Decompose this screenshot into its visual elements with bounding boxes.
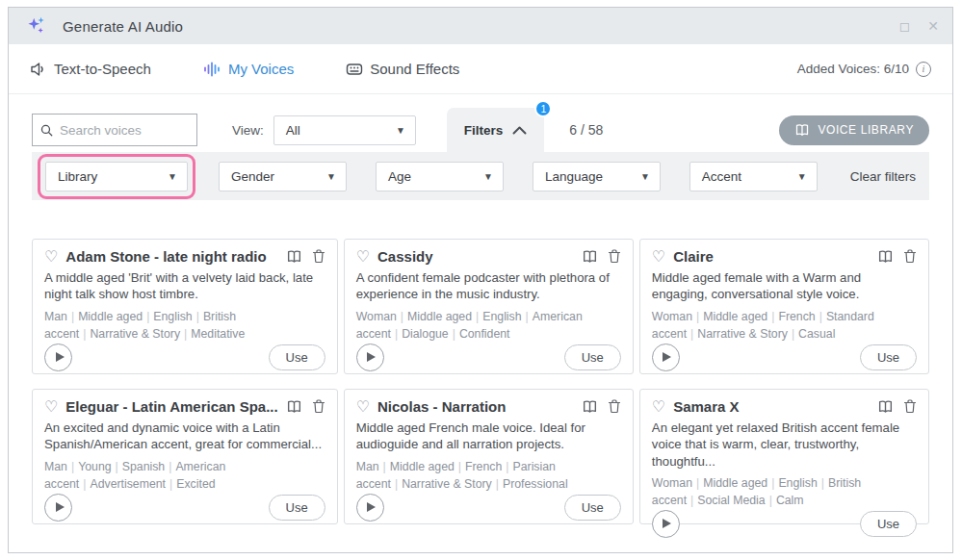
- voice-tag: Confident: [459, 327, 510, 341]
- chevron-down-icon: ▼: [168, 171, 177, 182]
- favorite-heart-icon[interactable]: ♡: [652, 249, 665, 265]
- voice-tags: Man|Middle aged|English|British accent|N…: [44, 309, 325, 344]
- chevron-down-icon: ▼: [797, 171, 807, 182]
- chevron-down-icon: ▼: [640, 171, 650, 182]
- voice-card: ♡ Cassidy A confident female podcaster w…: [344, 239, 634, 374]
- play-button[interactable]: [356, 494, 384, 522]
- delete-trash-icon[interactable]: [312, 399, 325, 414]
- view-dropdown[interactable]: All ▼: [273, 115, 416, 145]
- view-details-book-icon[interactable]: [286, 400, 302, 414]
- filters-toggle[interactable]: Filters 1: [447, 108, 545, 152]
- voice-tag: Spanish: [122, 460, 165, 473]
- filter-bar: Library ▼ Gender ▼ Age ▼ Language ▼ Acce…: [32, 152, 929, 200]
- voice-name: Eleguar - Latin American Spa...: [65, 398, 277, 415]
- voice-name: Adam Stone - late night radio: [65, 248, 277, 265]
- voice-card: ♡ Samara X An elegant yet relaxed Britis…: [639, 389, 929, 524]
- voice-tag: English: [778, 476, 817, 490]
- view-details-book-icon[interactable]: [286, 250, 302, 264]
- title-bar: Generate AI Audio ◻ ✕: [9, 8, 952, 44]
- voice-description: A middle aged 'Brit' with a velvety laid…: [44, 269, 325, 303]
- play-button[interactable]: [652, 510, 680, 538]
- use-button[interactable]: Use: [564, 495, 621, 521]
- favorite-heart-icon[interactable]: ♡: [652, 399, 665, 415]
- voice-tag: Dialogue: [402, 327, 449, 341]
- filter-dropdown-language[interactable]: Language ▼: [533, 162, 661, 191]
- maximize-icon[interactable]: ◻: [899, 18, 911, 34]
- voice-tag: Middle aged: [390, 460, 455, 473]
- voice-description: A confident female podcaster with pletho…: [356, 269, 621, 303]
- play-icon: [367, 352, 376, 362]
- clear-filters-link[interactable]: Clear filters: [850, 169, 916, 184]
- view-details-book-icon[interactable]: [582, 250, 598, 264]
- chevron-down-icon: ▼: [326, 171, 336, 182]
- voice-tags: Man|Young|Spanish|American accent|Advert…: [44, 459, 325, 494]
- result-count: 6 / 58: [569, 122, 603, 138]
- voice-tag: French: [465, 460, 502, 473]
- filter-dropdown-library[interactable]: Library ▼: [45, 162, 188, 191]
- tab-sound-effects[interactable]: Sound Effects: [346, 61, 459, 77]
- voice-name: Samara X: [673, 398, 870, 415]
- close-icon[interactable]: ✕: [927, 18, 939, 34]
- play-icon: [367, 502, 376, 512]
- use-button[interactable]: Use: [269, 495, 325, 521]
- voice-tag: French: [778, 310, 815, 323]
- voice-name: Claire: [673, 248, 870, 265]
- filter-dropdown-gender[interactable]: Gender ▼: [219, 162, 347, 191]
- play-button[interactable]: [44, 494, 72, 522]
- chevron-down-icon: ▼: [483, 171, 493, 182]
- delete-trash-icon[interactable]: [608, 399, 621, 414]
- tab-my-voices[interactable]: My Voices: [203, 61, 294, 77]
- delete-trash-icon[interactable]: [903, 399, 917, 414]
- voice-description: Middle aged female with a Warm and engag…: [652, 269, 917, 303]
- voice-tag: Middle aged: [78, 310, 143, 323]
- chevron-down-icon: ▼: [396, 125, 405, 136]
- added-voices-status: Added Voices: 6/10 i: [797, 62, 931, 77]
- filter-dropdown-age[interactable]: Age ▼: [376, 162, 504, 191]
- use-button[interactable]: Use: [860, 344, 917, 370]
- view-details-book-icon[interactable]: [582, 400, 598, 414]
- voice-tag: Advertisement: [90, 477, 166, 491]
- favorite-heart-icon[interactable]: ♡: [44, 249, 58, 265]
- use-button[interactable]: Use: [564, 344, 621, 370]
- voice-tag: Meditative: [191, 327, 245, 341]
- voice-tag: Narrative & Story: [402, 477, 492, 491]
- use-button[interactable]: Use: [269, 344, 325, 370]
- view-details-book-icon[interactable]: [877, 400, 894, 414]
- waveform-icon: [203, 62, 221, 77]
- favorite-heart-icon[interactable]: ♡: [356, 399, 370, 415]
- voice-tag: Middle aged: [703, 476, 767, 490]
- filter-dropdown-accent[interactable]: Accent ▼: [689, 162, 818, 191]
- voice-tag: Woman: [652, 476, 692, 490]
- chevron-up-icon: [512, 126, 527, 135]
- tab-text-to-speech[interactable]: Text-to-Speech: [30, 61, 151, 77]
- voice-tags: Woman|Middle aged|French|Standard accent…: [652, 309, 917, 344]
- use-button[interactable]: Use: [860, 511, 917, 537]
- delete-trash-icon[interactable]: [312, 249, 325, 264]
- voice-tag: Middle aged: [703, 310, 767, 323]
- voice-tag: Woman: [356, 310, 397, 323]
- view-label: View:: [232, 123, 264, 138]
- info-icon[interactable]: i: [916, 62, 931, 77]
- voice-library-button[interactable]: VOICE LIBRARY: [779, 115, 929, 145]
- view-details-book-icon[interactable]: [877, 250, 894, 264]
- library-filter-highlight: Library ▼: [38, 154, 195, 199]
- sound-effects-icon: [346, 62, 363, 77]
- play-icon: [663, 352, 671, 362]
- delete-trash-icon[interactable]: [903, 249, 917, 264]
- voice-tag: English: [482, 310, 521, 323]
- voice-description: An elegant yet relaxed British accent fe…: [652, 420, 917, 470]
- delete-trash-icon[interactable]: [608, 249, 621, 264]
- favorite-heart-icon[interactable]: ♡: [44, 399, 58, 415]
- voice-tag: Casual: [798, 327, 835, 341]
- play-button[interactable]: [44, 344, 72, 371]
- play-button[interactable]: [356, 344, 384, 371]
- search-box[interactable]: [32, 114, 197, 146]
- search-input[interactable]: [60, 123, 189, 138]
- voice-tag: Narrative & Story: [90, 327, 180, 341]
- generate-ai-audio-window: Generate AI Audio ◻ ✕ Text-to-Speech: [8, 7, 953, 553]
- voice-tag: Man: [44, 460, 67, 473]
- play-button[interactable]: [652, 344, 680, 371]
- favorite-heart-icon[interactable]: ♡: [356, 249, 370, 265]
- voice-tag: Young: [78, 460, 111, 473]
- search-icon: [40, 123, 53, 138]
